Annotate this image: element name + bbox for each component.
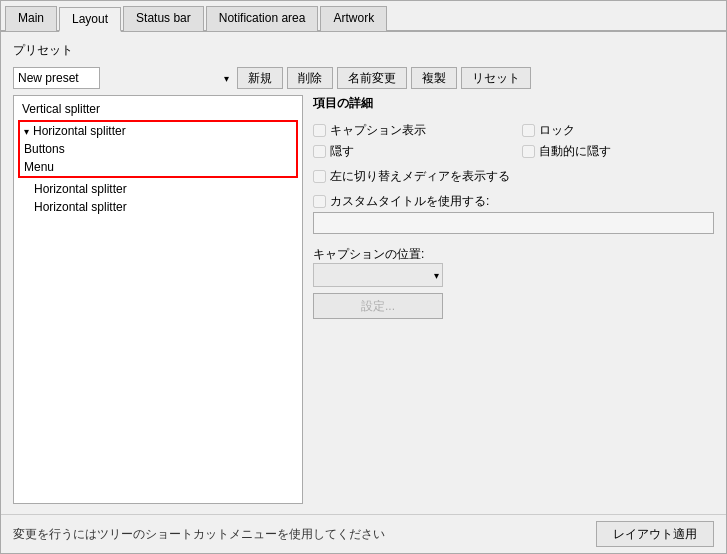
lock-checkbox[interactable] — [522, 124, 535, 137]
tree-item-horizontal-splitter-1[interactable]: ▾ Horizontal splitter — [20, 122, 296, 140]
hide-row: 隠す — [313, 143, 506, 160]
details-checkboxes: キャプション表示 ロック 隠す 自動的に隠す — [313, 122, 714, 160]
preset-label: プリセット — [13, 42, 714, 59]
details-panel: 項目の詳細 キャプション表示 ロック 隠す — [313, 95, 714, 504]
tab-main[interactable]: Main — [5, 6, 57, 31]
preset-row: New preset 新規 削除 名前変更 複製 リセット — [13, 67, 714, 89]
tree-item-horizontal-splitter-2[interactable]: Horizontal splitter — [18, 180, 298, 198]
switch-media-checkbox[interactable] — [313, 170, 326, 183]
tree-item-label: Horizontal splitter — [34, 200, 127, 214]
custom-title-checkbox[interactable] — [313, 195, 326, 208]
apply-layout-button[interactable]: レイアウト適用 — [596, 521, 714, 547]
tab-layout[interactable]: Layout — [59, 7, 121, 32]
preset-select-wrapper: New preset — [13, 67, 233, 89]
caption-pos-select[interactable] — [313, 263, 443, 287]
main-area: Vertical splitter ▾ Horizontal splitter … — [13, 95, 714, 504]
tree-item-label: Horizontal splitter — [34, 182, 127, 196]
tree-item-horizontal-splitter-3[interactable]: Horizontal splitter — [18, 198, 298, 216]
custom-title-label: カスタムタイトルを使用する: — [330, 193, 489, 210]
tree-item-buttons[interactable]: Buttons — [20, 140, 296, 158]
hide-label: 隠す — [330, 143, 354, 160]
custom-title-section: カスタムタイトルを使用する: — [313, 193, 714, 234]
tab-bar: Main Layout Status bar Notification area… — [1, 1, 726, 32]
hide-checkbox[interactable] — [313, 145, 326, 158]
switch-media-row: 左に切り替えメディアを表示する — [313, 168, 714, 185]
caption-select-wrapper — [313, 263, 443, 287]
auto-hide-label: 自動的に隠す — [539, 143, 611, 160]
lock-label: ロック — [539, 122, 575, 139]
tab-artwork[interactable]: Artwork — [320, 6, 387, 31]
tab-statusbar[interactable]: Status bar — [123, 6, 204, 31]
caption-display-label: キャプション表示 — [330, 122, 426, 139]
tree-item-vertical-splitter[interactable]: Vertical splitter — [18, 100, 298, 118]
auto-hide-row: 自動的に隠す — [522, 143, 715, 160]
tree-item-group-selected: ▾ Horizontal splitter Buttons Menu — [18, 120, 298, 178]
lock-row: ロック — [522, 122, 715, 139]
caption-display-checkbox[interactable] — [313, 124, 326, 137]
auto-hide-checkbox[interactable] — [522, 145, 535, 158]
switch-media-label: 左に切り替えメディアを表示する — [330, 168, 510, 185]
main-window: Main Layout Status bar Notification area… — [0, 0, 727, 554]
rename-button[interactable]: 名前変更 — [337, 67, 407, 89]
details-title: 項目の詳細 — [313, 95, 714, 112]
tree-item-menu[interactable]: Menu — [20, 158, 296, 176]
duplicate-button[interactable]: 複製 — [411, 67, 457, 89]
bottom-hint: 変更を行うにはツリーのショートカットメニューを使用してください — [13, 526, 385, 543]
caption-pos-label: キャプションの位置: — [313, 246, 714, 263]
custom-title-row: カスタムタイトルを使用する: — [313, 193, 714, 210]
new-button[interactable]: 新規 — [237, 67, 283, 89]
settings-button[interactable]: 設定... — [313, 293, 443, 319]
tree-item-label: Menu — [24, 160, 54, 174]
tab-notification[interactable]: Notification area — [206, 6, 319, 31]
delete-button[interactable]: 削除 — [287, 67, 333, 89]
reset-button[interactable]: リセット — [461, 67, 531, 89]
chevron-icon: ▾ — [24, 126, 29, 137]
tab-content: プリセット New preset 新規 削除 名前変更 複製 リセット Vert… — [1, 32, 726, 514]
caption-pos-section: キャプションの位置: 設定... — [313, 242, 714, 319]
bottom-bar: 変更を行うにはツリーのショートカットメニューを使用してください レイアウト適用 — [1, 514, 726, 553]
custom-title-input[interactable] — [313, 212, 714, 234]
tree-item-label: Vertical splitter — [22, 102, 100, 116]
tree-panel[interactable]: Vertical splitter ▾ Horizontal splitter … — [13, 95, 303, 504]
tree-item-label: Buttons — [24, 142, 65, 156]
tree-item-label: Horizontal splitter — [33, 124, 126, 138]
preset-select[interactable]: New preset — [13, 67, 100, 89]
caption-display-row: キャプション表示 — [313, 122, 506, 139]
